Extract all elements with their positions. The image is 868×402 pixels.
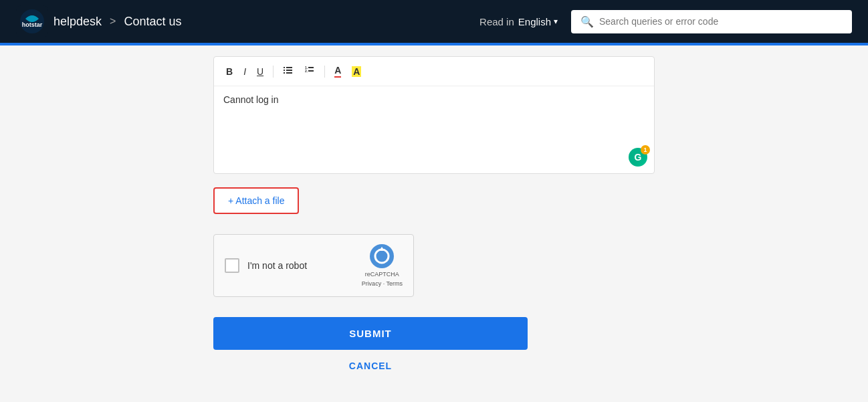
svg-text:2.: 2. [305, 69, 308, 73]
hotstar-logo-icon: hotstar [16, 5, 48, 37]
rich-text-editor: B I U 1. 2. [213, 56, 655, 174]
svg-rect-10 [308, 67, 314, 68]
chevron-down-icon: ▾ [554, 17, 558, 26]
read-in-area: Read in English ▾ [479, 16, 558, 27]
editor-content-area[interactable]: Cannot log in [223, 94, 645, 161]
grammarly-circle: G 1 [629, 148, 647, 167]
svg-rect-6 [286, 70, 292, 71]
recaptcha-brand-label: reCAPTCHA [365, 271, 399, 278]
breadcrumb-separator: > [110, 15, 116, 27]
svg-rect-8 [286, 72, 292, 74]
italic-button[interactable]: I [239, 64, 250, 80]
recaptcha-left: I'm not a robot [225, 258, 307, 273]
grammarly-badge: 1 [641, 145, 650, 155]
highlight-a-label: A [352, 66, 361, 77]
submit-button[interactable]: SUBMIT [213, 317, 528, 350]
grammarly-icon[interactable]: G 1 [629, 148, 647, 167]
toolbar-divider-1 [273, 66, 274, 78]
language-selector[interactable]: English ▾ [518, 16, 558, 27]
logo-area: hotstar helpdesk > Contact us [16, 5, 181, 37]
recaptcha-right: reCAPTCHA Privacy · Terms [362, 244, 403, 287]
search-icon: 🔍 [580, 15, 594, 28]
main-content: B I U 1. 2. [200, 56, 668, 398]
svg-rect-3 [284, 67, 285, 68]
svg-rect-12 [308, 70, 314, 72]
header: hotstar helpdesk > Contact us Read in En… [0, 0, 868, 43]
text-color-button[interactable]: A [330, 63, 345, 80]
svg-rect-5 [284, 70, 285, 71]
numbered-list-button[interactable]: 1. 2. [300, 62, 319, 80]
recaptcha-area: I'm not a robot reCAPTCHA Privacy · Term… [213, 234, 414, 297]
svg-rect-4 [286, 67, 292, 68]
page-title: Contact us [124, 15, 181, 29]
recaptcha-checkbox[interactable] [225, 258, 239, 273]
bold-button[interactable]: B [222, 64, 237, 80]
underline-button[interactable]: U [253, 64, 267, 80]
recaptcha-box: I'm not a robot reCAPTCHA Privacy · Term… [213, 234, 414, 297]
editor-body: Cannot log in G 1 [214, 86, 654, 173]
helpdesk-label: helpdesk [53, 15, 102, 29]
blue-accent-bar [0, 43, 868, 45]
toolbar-divider-2 [324, 66, 325, 78]
text-highlight-button[interactable]: A [348, 64, 365, 80]
svg-rect-7 [284, 72, 285, 74]
search-input[interactable] [599, 16, 843, 27]
recaptcha-privacy-link[interactable]: Privacy [362, 280, 382, 287]
search-bar: 🔍 [571, 10, 852, 33]
color-a-label: A [334, 66, 341, 78]
language-label: English [518, 16, 551, 27]
grammarly-g-label: G [635, 152, 642, 163]
read-in-label: Read in [479, 16, 514, 27]
svg-text:hotstar: hotstar [22, 21, 43, 28]
recaptcha-links: Privacy · Terms [362, 280, 403, 287]
recaptcha-logo-icon [370, 244, 394, 268]
attach-file-button[interactable]: + Attach a file [213, 187, 299, 214]
header-right: Read in English ▾ 🔍 [479, 10, 852, 33]
editor-toolbar: B I U 1. 2. [214, 57, 654, 86]
recaptcha-label: I'm not a robot [247, 260, 307, 271]
bullet-list-button[interactable] [279, 62, 298, 80]
cancel-button[interactable]: CANCEL [213, 361, 528, 371]
recaptcha-terms-link[interactable]: Terms [387, 280, 403, 287]
